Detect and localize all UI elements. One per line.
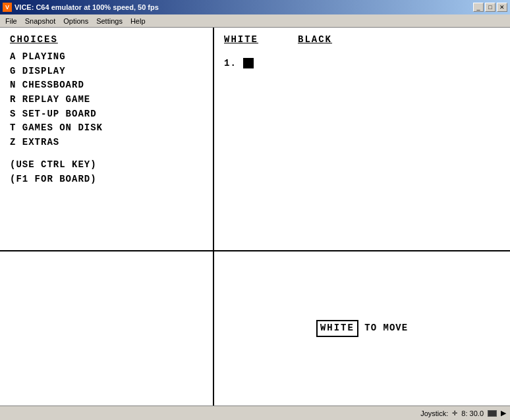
white-header: WHITE [224, 34, 258, 45]
menu-help[interactable]: Help [127, 16, 150, 26]
title-bar-text: V VICE: C64 emulator at 100% speed, 50 f… [3, 3, 159, 12]
black-header: BLACK [298, 34, 332, 45]
list-item: S SET-UP BOARD [10, 107, 203, 122]
turn-label: WHITE [316, 320, 358, 337]
joystick-icon: ✛ [452, 409, 457, 417]
move-row: 1. [224, 57, 500, 71]
white-move-square [243, 58, 254, 68]
minimize-button[interactable]: _ [473, 3, 484, 12]
turn-suffix: TO MOVE [358, 323, 408, 333]
title-bar: V VICE: C64 emulator at 100% speed, 50 f… [0, 0, 510, 14]
choices-list: A PLAYING G DISPLAY N CHESSBOARD R REPLA… [10, 50, 203, 150]
right-top-panel: WHITE BLACK 1. [214, 28, 510, 251]
list-item: A PLAYING [10, 50, 203, 65]
list-item: N CHESSBOARD [10, 78, 203, 93]
speed-display: 8: 30.0 [461, 409, 484, 417]
turn-indicator: WHITE TO MOVE [316, 320, 408, 337]
column-headers: WHITE BLACK [224, 34, 500, 45]
status-bar: Joystick: ✛ 8: 30.0 ▶ [0, 406, 510, 420]
title-buttons: _ □ ✕ [473, 3, 507, 12]
main-content: CHOICES A PLAYING G DISPLAY N CHESSBOARD… [0, 28, 510, 406]
play-icon: ▶ [501, 409, 506, 417]
hint-text: (USE CTRL KEY) (F1 FOR BOARD) [10, 158, 203, 186]
menu-options[interactable]: Options [59, 16, 92, 26]
menu-file[interactable]: File [1, 16, 21, 26]
close-button[interactable]: ✕ [497, 3, 507, 12]
menu-settings[interactable]: Settings [92, 16, 127, 26]
move-number: 1. [224, 57, 237, 71]
drive-led [488, 410, 497, 417]
hint-ctrl: (USE CTRL KEY) [10, 158, 203, 172]
list-item: Z EXTRAS [10, 136, 203, 150]
joystick-label: Joystick: [420, 409, 448, 417]
list-item: T GAMES ON DISK [10, 121, 203, 136]
right-bottom-panel: WHITE TO MOVE [214, 251, 510, 406]
menu-bar: File Snapshot Options Settings Help [0, 14, 510, 28]
choices-title: CHOICES [10, 34, 203, 45]
c64-screen: CHOICES A PLAYING G DISPLAY N CHESSBOARD… [0, 28, 510, 406]
list-item: R REPLAY GAME [10, 93, 203, 107]
hint-f1: (F1 FOR BOARD) [10, 172, 203, 187]
app-icon: V [3, 3, 12, 12]
list-item: G DISPLAY [10, 65, 203, 79]
title-text: VICE: C64 emulator at 100% speed, 50 fps [14, 3, 159, 11]
maximize-button[interactable]: □ [485, 3, 496, 12]
menu-snapshot[interactable]: Snapshot [21, 16, 59, 26]
left-panel: CHOICES A PLAYING G DISPLAY N CHESSBOARD… [0, 28, 213, 251]
